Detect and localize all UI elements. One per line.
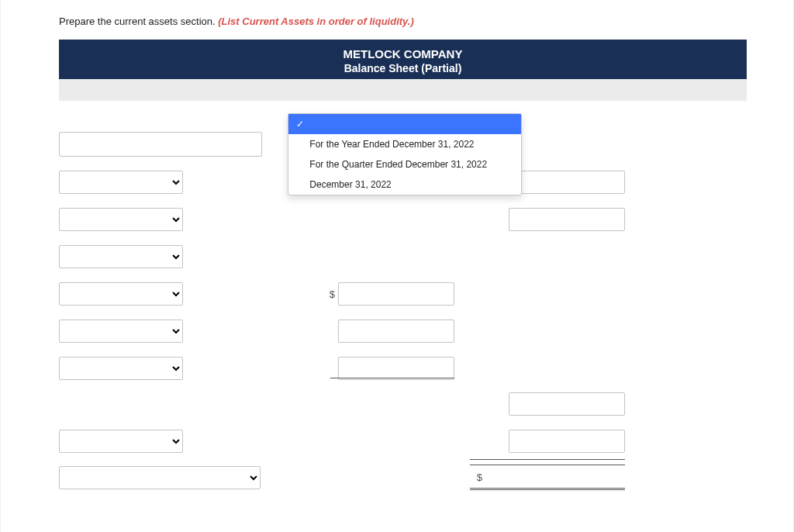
account-select-4[interactable] — [59, 282, 183, 306]
account-select-3[interactable] — [59, 245, 183, 268]
currency-symbol: $ — [323, 288, 335, 300]
balance-sheet-header: METLOCK COMPANY Balance Sheet (Partial) — [59, 40, 747, 79]
amount-input-right-3[interactable] — [509, 392, 625, 416]
account-select-7[interactable] — [59, 430, 183, 453]
check-icon: ✓ — [296, 119, 307, 130]
total-double-rule: $ — [470, 465, 625, 490]
date-band — [59, 79, 747, 101]
amount-input-2[interactable] — [509, 208, 625, 231]
company-name: METLOCK COMPANY — [59, 47, 747, 60]
date-option-label: For the Quarter Ended December 31, 2022 — [309, 159, 487, 170]
date-option-year[interactable]: For the Year Ended December 31, 2022 — [288, 134, 521, 154]
date-option-label: December 31, 2022 — [309, 179, 391, 190]
amount-input-mid-2[interactable] — [338, 320, 454, 343]
date-select-popover[interactable]: ✓ For the Year Ended December 31, 2022 F… — [288, 113, 522, 195]
currency-symbol: $ — [470, 472, 482, 483]
amount-input-1[interactable] — [509, 171, 625, 194]
subtotal-rule — [330, 378, 454, 378]
date-option-label: For the Year Ended December 31, 2022 — [309, 139, 474, 150]
account-select-2[interactable] — [59, 208, 183, 231]
statement-title: Balance Sheet (Partial) — [59, 62, 747, 74]
total-rule-top — [470, 459, 625, 460]
instruction-hint: (List Current Assets in order of liquidi… — [218, 16, 414, 27]
total-label-select[interactable] — [59, 466, 261, 489]
account-select-1[interactable] — [59, 171, 183, 194]
amount-input-right-4[interactable] — [509, 430, 625, 453]
account-select-6[interactable] — [59, 357, 183, 380]
date-option-blank[interactable]: ✓ — [288, 114, 521, 134]
account-select-5[interactable] — [59, 320, 183, 343]
amount-input-total[interactable] — [485, 468, 602, 486]
amount-input-mid-3[interactable] — [338, 357, 454, 380]
date-option-asof[interactable]: December 31, 2022 — [288, 174, 521, 195]
amount-input-mid-1[interactable] — [338, 282, 454, 306]
date-option-quarter[interactable]: For the Quarter Ended December 31, 2022 — [288, 154, 521, 174]
instruction-main: Prepare the current assets section. — [59, 16, 218, 27]
instruction-text: Prepare the current assets section. (Lis… — [59, 16, 747, 27]
section-heading-select[interactable] — [59, 132, 262, 157]
